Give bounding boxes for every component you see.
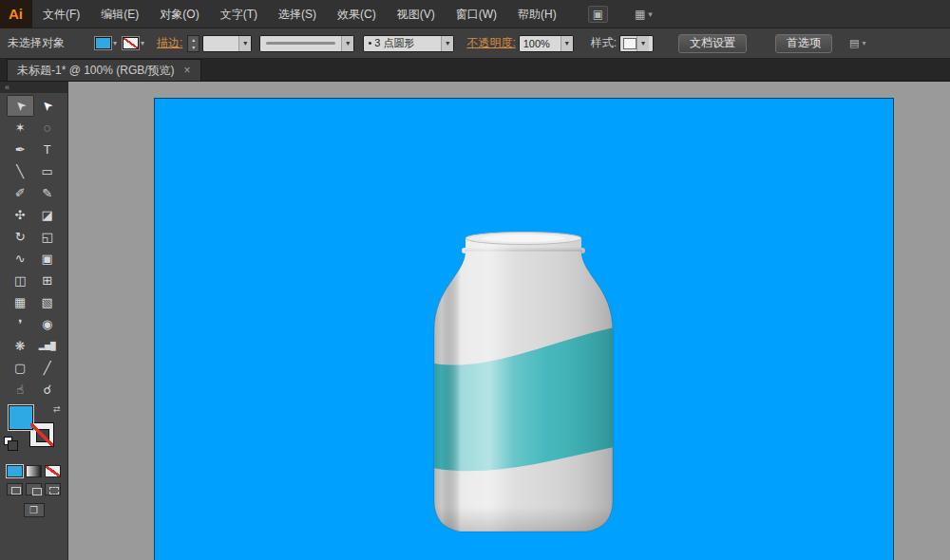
tools-panel-header[interactable]: « xyxy=(0,82,67,93)
swap-colors-icon[interactable]: ⇄ xyxy=(53,404,61,414)
menu-select[interactable]: 选择(S) xyxy=(268,0,327,28)
chevron-down-icon[interactable]: ▾ xyxy=(441,36,453,51)
direct-selection-tool[interactable]: ➤ xyxy=(34,95,62,117)
document-tab[interactable]: 未标题-1* @ 100% (RGB/预览) × xyxy=(7,59,201,81)
brush-definition-combo[interactable]: • 3 点圆形 ▾ xyxy=(363,35,454,52)
chevron-down-icon: ▾ xyxy=(862,39,865,47)
chevron-down-icon[interactable]: ▾ xyxy=(238,36,251,51)
main-area: « ➤➤✶◌✒T╲▭✐✎✣◪↻◱∿▣◫⊞▦▧❜◉❋▂▅█▢╱☝☌ ⇄ xyxy=(0,82,950,560)
opacity-combo[interactable]: 100% ▾ xyxy=(519,35,574,52)
zoom-tool[interactable]: ☌ xyxy=(34,379,62,401)
menu-type[interactable]: 文字(T) xyxy=(210,0,268,28)
pencil-tool[interactable]: ✎ xyxy=(34,182,62,204)
pen-tool-icon: ✒ xyxy=(15,142,26,157)
draw-behind-button[interactable] xyxy=(26,483,42,495)
panel-menu-icon: ▤ xyxy=(849,37,859,49)
draw-inside-button[interactable] xyxy=(45,483,61,495)
stroke-color-indicator[interactable] xyxy=(29,422,54,447)
selection-status: 未选择对象 xyxy=(8,35,89,51)
menu-effect[interactable]: 效果(C) xyxy=(327,0,387,28)
type-tool[interactable]: T xyxy=(34,139,62,160)
canvas-area[interactable] xyxy=(68,82,950,560)
symbol-sprayer-tool[interactable]: ❋ xyxy=(7,335,34,357)
screen-mode-row: ❐ xyxy=(0,503,67,517)
screen-mode-button[interactable]: ❐ xyxy=(24,503,45,517)
control-panel-menu[interactable]: ▤ ▾ xyxy=(849,37,865,49)
gradient-button[interactable] xyxy=(26,465,42,477)
rectangle-tool-icon: ▭ xyxy=(42,164,53,178)
control-bar: 未选择对象 ▾ ▾ 描边: ▴ ▾ ▾ ▾ • 3 点圆形 ▾ xyxy=(0,28,950,59)
menu-object[interactable]: 对象(O) xyxy=(149,0,209,28)
fill-swatch[interactable] xyxy=(95,37,111,49)
stroke-color-control[interactable]: ▾ xyxy=(123,37,144,49)
eraser-tool[interactable]: ◪ xyxy=(34,204,62,226)
default-colors-icon[interactable] xyxy=(4,437,12,445)
pen-tool[interactable]: ✒ xyxy=(7,139,34,160)
chevron-down-icon: ▾ xyxy=(113,39,117,47)
opacity-label[interactable]: 不透明度: xyxy=(466,35,515,51)
gradient-tool[interactable]: ▧ xyxy=(34,291,62,313)
draw-normal-button[interactable] xyxy=(7,483,23,495)
hand-tool[interactable]: ☝ xyxy=(7,379,34,401)
color-button[interactable] xyxy=(7,465,23,477)
brush-value: • 3 点圆形 xyxy=(364,36,441,50)
pencil-tool-icon: ✎ xyxy=(42,186,52,200)
selection-tool[interactable]: ➤ xyxy=(7,95,34,117)
column-graph-tool[interactable]: ▂▅█ xyxy=(34,335,62,357)
line-segment-tool[interactable]: ╲ xyxy=(7,160,34,182)
eyedropper-tool[interactable]: ❜ xyxy=(7,313,34,335)
chevron-down-icon[interactable]: ▾ xyxy=(341,36,353,51)
perspective-grid-tool[interactable]: ⊞ xyxy=(34,270,62,291)
menu-view[interactable]: 视图(V) xyxy=(387,0,446,28)
gradient-tool-icon: ▧ xyxy=(42,295,53,309)
stepper-up-icon[interactable]: ▴ xyxy=(188,36,199,44)
menu-items: 文件(F)编辑(E)对象(O)文字(T)选择(S)效果(C)视图(V)窗口(W)… xyxy=(32,0,567,28)
lasso-tool[interactable]: ◌ xyxy=(34,117,62,139)
stroke-swatch[interactable] xyxy=(123,37,139,49)
scale-tool[interactable]: ◱ xyxy=(34,226,62,248)
blend-tool-icon: ◉ xyxy=(42,317,52,331)
free-transform-tool-icon: ▣ xyxy=(42,252,53,266)
stroke-weight-label[interactable]: 描边: xyxy=(157,35,182,51)
symbol-sprayer-tool-icon: ❋ xyxy=(15,339,26,353)
collapse-panel-icon[interactable]: « xyxy=(5,83,10,92)
mesh-tool-icon: ▦ xyxy=(14,295,26,309)
slice-tool[interactable]: ╱ xyxy=(34,357,62,379)
none-button[interactable] xyxy=(45,465,61,477)
paintbrush-tool[interactable]: ✐ xyxy=(7,182,34,204)
document-setup-button[interactable]: 文档设置 xyxy=(678,34,747,53)
artboard-tool[interactable]: ▢ xyxy=(7,357,34,379)
artboard[interactable] xyxy=(154,98,894,560)
menu-help[interactable]: 帮助(H) xyxy=(507,0,567,28)
width-tool[interactable]: ∿ xyxy=(7,248,34,270)
stepper-down-icon[interactable]: ▾ xyxy=(188,44,199,51)
bottle-illustration[interactable] xyxy=(428,232,618,545)
magic-wand-tool[interactable]: ✶ xyxy=(7,117,34,139)
workspace-switcher[interactable]: ▦ ▾ xyxy=(635,8,653,21)
shape-builder-tool[interactable]: ◫ xyxy=(7,270,34,291)
blend-tool[interactable]: ◉ xyxy=(34,313,62,335)
free-transform-tool[interactable]: ▣ xyxy=(34,248,62,270)
blob-brush-tool[interactable]: ✣ xyxy=(7,204,34,226)
blob-brush-tool-icon: ✣ xyxy=(15,208,26,222)
opacity-value: 100% xyxy=(520,38,560,49)
menu-file[interactable]: 文件(F) xyxy=(32,0,90,28)
rectangle-tool[interactable]: ▭ xyxy=(34,160,62,182)
shape-builder-tool-icon: ◫ xyxy=(14,273,26,288)
brush-name: 3 点圆形 xyxy=(374,37,414,48)
graphic-style-combo[interactable]: ▾ xyxy=(619,35,654,52)
menu-window[interactable]: 窗口(W) xyxy=(446,0,507,28)
menu-bar-extra-icon[interactable]: ▣ xyxy=(588,6,608,23)
fill-color-control[interactable]: ▾ xyxy=(95,37,117,49)
close-tab-icon[interactable]: × xyxy=(184,64,191,77)
stroke-weight-combo[interactable]: ▾ xyxy=(202,35,252,52)
menu-edit[interactable]: 编辑(E) xyxy=(90,0,149,28)
mesh-tool[interactable]: ▦ xyxy=(7,291,34,313)
rotate-tool[interactable]: ↻ xyxy=(7,226,34,248)
preferences-button[interactable]: 首选项 xyxy=(775,34,832,53)
stroke-weight-stepper[interactable]: ▴ ▾ xyxy=(187,35,200,52)
chevron-down-icon[interactable]: ▾ xyxy=(560,36,573,51)
width-profile-combo[interactable]: ▾ xyxy=(259,35,354,52)
workspace-icon: ▦ xyxy=(635,8,645,21)
chevron-down-icon[interactable]: ▾ xyxy=(636,36,649,51)
